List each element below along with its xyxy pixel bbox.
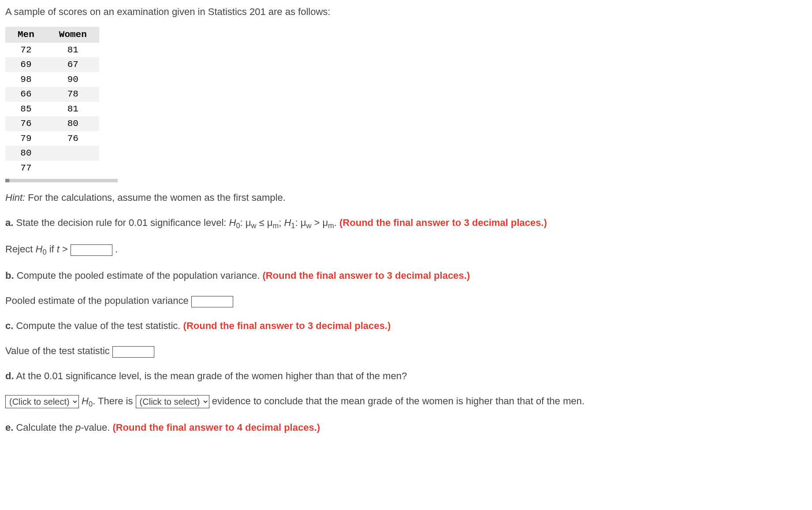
table-row: 6678 xyxy=(5,87,99,102)
qd-h0-h: H xyxy=(79,395,89,407)
table-header-row: Men Women xyxy=(5,27,99,43)
question-c: c. Compute the value of the test statist… xyxy=(5,318,807,333)
table-cell: 72 xyxy=(5,43,47,58)
table-row: 77 xyxy=(5,161,99,176)
hint-line: Hint: For the calculations, assume the w… xyxy=(5,190,807,205)
question-d: d. At the 0.01 significance level, is th… xyxy=(5,369,807,383)
qa-end: . xyxy=(334,217,339,228)
qa-h0-op: ≤ μ xyxy=(256,217,272,228)
qa-h1-m: m xyxy=(328,222,334,229)
qa-h1-colon: : μ xyxy=(295,217,306,228)
qa-h0-sub: 0 xyxy=(236,222,240,229)
question-a: a. State the decision rule for 0.01 sign… xyxy=(5,215,807,231)
table-row: 6967 xyxy=(5,57,99,72)
table-cell: 66 xyxy=(5,87,47,102)
qa-h1-op: > μ xyxy=(311,217,328,228)
table-cell: 77 xyxy=(5,161,47,176)
qd-answer-line: (Click to select) H0. There is (Click to… xyxy=(5,394,807,410)
header-men: Men xyxy=(5,27,47,43)
table-cell: 76 xyxy=(5,116,47,131)
table-cell: 78 xyxy=(47,87,99,102)
intro-text: A sample of scores on an examination giv… xyxy=(5,4,807,19)
table-scrollbar[interactable] xyxy=(5,179,118,182)
table-cell: 85 xyxy=(5,102,47,117)
qa-text: State the decision rule for 0.01 signifi… xyxy=(13,217,229,228)
table-cell: 90 xyxy=(47,72,99,87)
table-row: 7976 xyxy=(5,131,99,146)
table-cell: 67 xyxy=(47,57,99,72)
qa-h1-h: H xyxy=(284,217,291,228)
table-cell: 81 xyxy=(47,43,99,58)
table-row: 7680 xyxy=(5,116,99,131)
table-cell: 81 xyxy=(47,102,99,117)
table-row: 7281 xyxy=(5,43,99,58)
qd-select-2[interactable]: (Click to select) xyxy=(136,395,209,408)
table-row: 9890 xyxy=(5,72,99,87)
qd-select-1[interactable]: (Click to select) xyxy=(5,395,79,408)
question-e: e. Calculate the p-value. (Round the fin… xyxy=(5,420,807,435)
qe-text: Calculate the xyxy=(13,422,75,433)
qb-answer-line: Pooled estimate of the population varian… xyxy=(5,293,807,308)
qc-input[interactable] xyxy=(112,346,154,358)
qe-text2: -value. xyxy=(81,422,112,433)
qa-ans-sub: 0 xyxy=(42,248,46,256)
scores-table: Men Women 728169679890667885817680797680… xyxy=(5,27,99,175)
qb-prefix: Pooled estimate of the population varian… xyxy=(5,295,191,306)
qd-suffix: evidence to conclude that the mean grade… xyxy=(209,395,585,407)
qb-note: (Round the final answer to 3 decimal pla… xyxy=(262,270,470,281)
table-cell: 76 xyxy=(47,131,99,146)
qa-h1-w: w xyxy=(306,222,311,229)
qb-label: b. xyxy=(5,270,14,281)
qa-ans-if: if xyxy=(47,244,57,255)
qa-h0-h: H xyxy=(229,217,236,228)
qe-note: (Round the final answer to 4 decimal pla… xyxy=(112,422,320,433)
qe-p: p xyxy=(75,422,81,433)
table-cell: 69 xyxy=(5,57,47,72)
table-row: 80 xyxy=(5,146,99,161)
table-cell xyxy=(47,146,99,161)
table-cell: 80 xyxy=(47,116,99,131)
qb-input[interactable] xyxy=(191,296,233,307)
qa-reject: Reject xyxy=(5,244,35,255)
qc-answer-line: Value of the test statistic xyxy=(5,344,807,358)
scrollbar-thumb[interactable] xyxy=(5,179,9,182)
table-cell: 79 xyxy=(5,131,47,146)
qc-prefix: Value of the test statistic xyxy=(5,345,112,356)
qa-ans-h: H xyxy=(35,244,42,255)
table-cell xyxy=(47,161,99,176)
qc-text: Compute the value of the test statistic. xyxy=(13,320,183,331)
qa-ans-period: . xyxy=(112,244,118,255)
qa-answer-line: Reject H0 if t > . xyxy=(5,242,807,258)
qa-h0-w: w xyxy=(251,222,257,229)
qa-h0-colon: : μ xyxy=(240,217,251,228)
table-cell: 98 xyxy=(5,72,47,87)
qc-note: (Round the final answer to 3 decimal pla… xyxy=(183,320,391,331)
qd-middle: . There is xyxy=(93,395,135,407)
qd-label: d. xyxy=(5,370,14,381)
qa-label: a. xyxy=(5,217,13,228)
qd-h0-sub: 0 xyxy=(89,400,93,408)
hint-label: Hint: xyxy=(5,192,25,203)
header-women: Women xyxy=(47,27,99,43)
qa-input[interactable] xyxy=(71,244,112,256)
qb-text: Compute the pooled estimate of the popul… xyxy=(14,270,263,281)
table-row: 8581 xyxy=(5,102,99,117)
qe-label: e. xyxy=(5,422,13,433)
hint-text: For the calculations, assume the women a… xyxy=(25,192,286,203)
qc-label: c. xyxy=(5,320,13,331)
qa-h0-m: m xyxy=(272,222,279,229)
table-cell: 80 xyxy=(5,146,47,161)
qd-text: At the 0.01 significance level, is the m… xyxy=(14,370,407,381)
qa-ans-gt: > xyxy=(60,244,71,255)
qa-note: (Round the final answer to 3 decimal pla… xyxy=(339,217,547,228)
qa-sep: ; xyxy=(279,217,284,228)
question-b: b. Compute the pooled estimate of the po… xyxy=(5,268,807,283)
